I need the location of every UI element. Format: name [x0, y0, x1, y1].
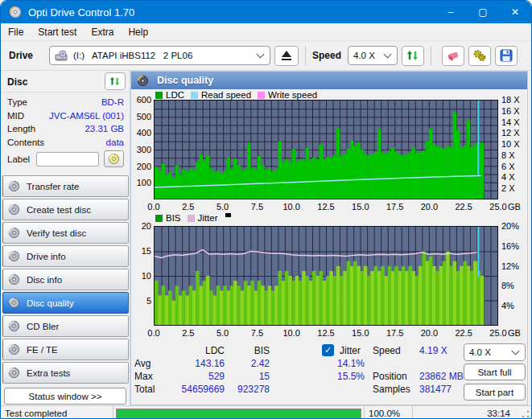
menu-help[interactable]: Help — [121, 23, 155, 40]
y-axis-right-tick-label: 18 X — [501, 95, 520, 105]
drive-icon — [55, 50, 68, 62]
sidebar-item-verify-test-disc[interactable]: Verify test disc — [2, 222, 129, 244]
menu-file[interactable]: File — [1, 23, 31, 40]
minimize-button[interactable]: – — [435, 1, 467, 23]
elapsed-time: 33:14 — [413, 406, 531, 419]
chevron-down-icon — [512, 347, 520, 355]
speed-stat-label: Speed — [373, 345, 401, 356]
disc-row-mid: MIDJVC-AMS6L (001) — [7, 109, 124, 123]
disc-quality-panel: Disc quality LDCRead speedWrite speed BI… — [130, 71, 528, 405]
disc-row-value: data — [106, 136, 124, 150]
x-axis-tick-label: 15.0 — [352, 202, 369, 212]
stats-area: LDC BIS ✓ Jitter Speed 4.19 X Position 2… — [131, 342, 527, 406]
speed-select-bottom[interactable]: 4.0 X — [464, 343, 526, 361]
y-axis-right-tick-label: 20% — [501, 221, 519, 231]
resize-grip[interactable] — [522, 410, 530, 418]
title-bar: Opti Drive Control 1.70 – ▢ ✕ — [1, 1, 531, 23]
bis-column-header: BIS — [233, 345, 270, 356]
eject-button[interactable] — [274, 46, 299, 66]
y-axis-right-tick-label: 16 X — [501, 106, 520, 116]
x-axis-tick-label: 20.0 — [421, 202, 438, 212]
refresh-button[interactable] — [402, 46, 424, 66]
sidebar-item-transfer-rate[interactable]: Transfer rate — [2, 175, 129, 197]
status-bar: Test completed 100.0% 33:14 — [1, 405, 531, 419]
x-axis-tick-label: 10.0 — [282, 328, 299, 338]
sidebar-item-label: Create test disc — [27, 205, 91, 215]
sidebar-item-extra-tests[interactable]: Extra tests — [2, 362, 129, 384]
sidebar-item-disc-info[interactable]: Disc info — [2, 269, 129, 290]
drive-label: Drive — [9, 50, 49, 61]
legend-swatch — [258, 92, 265, 99]
disc-icon — [8, 367, 20, 379]
window-title: Opti Drive Control 1.70 — [28, 6, 134, 18]
stat-jitter-value: 14.1% — [300, 358, 365, 369]
disc-info-group: Disc TypeBD-RMIDJVC-AMS6L (001)Length23.… — [1, 71, 130, 174]
toolbar-separator — [305, 46, 306, 65]
x-axis-tick-label: 22.5 — [455, 202, 472, 212]
y-axis-tick-label: 20 — [131, 221, 151, 231]
stat-row-label: Total — [134, 384, 155, 395]
jitter-column-header: Jitter — [340, 345, 361, 356]
position-stat-label: Position — [373, 371, 407, 382]
x-axis-tick-label: 2.5 — [182, 202, 194, 212]
chevron-down-icon — [384, 51, 392, 59]
panel-title: Disc quality — [157, 75, 213, 86]
y-axis-right-tick-label: 6 X — [501, 162, 515, 171]
floppy-disk-icon — [500, 49, 513, 62]
x-axis-tick-label: 12.5 — [317, 202, 334, 212]
y-axis-tick-label: 600 — [131, 95, 151, 105]
sidebar-item-create-test-disc[interactable]: Create test disc — [2, 199, 129, 220]
samples-stat-label: Samples — [373, 384, 410, 395]
legend-item-ldc: LDC — [155, 90, 184, 100]
y-axis-right-tick-label: 4 X — [501, 172, 515, 182]
settings-button[interactable] — [468, 46, 491, 66]
x-axis-tick-label: 5.0 — [217, 202, 229, 212]
disc-row-contents: Contentsdata — [7, 136, 124, 150]
bis-chart-legend: BISJitter — [155, 213, 231, 223]
y-axis-right-tick-label: 2 X — [501, 183, 515, 193]
disc-refresh-button[interactable] — [105, 72, 126, 90]
y-axis-tick-label: 500 — [131, 112, 151, 121]
eject-icon — [282, 51, 291, 57]
bis-chart-plot — [154, 226, 498, 326]
save-button[interactable] — [495, 46, 518, 66]
panel-header: Disc quality — [131, 72, 527, 89]
drive-select[interactable]: (I:) ATAPI iHBS112 2 PL06 — [49, 46, 270, 65]
speed-select-bottom-value: 4.0 X — [469, 347, 491, 357]
maximize-button[interactable]: ▢ — [467, 1, 499, 23]
speed-select[interactable]: 4.0 X — [348, 46, 398, 65]
start-full-button[interactable]: Start full — [464, 364, 526, 380]
sidebar-item-drive-info[interactable]: Drive info — [2, 245, 129, 267]
progress-fill — [117, 409, 361, 417]
x-axis-tick-label: 22.5 — [455, 328, 472, 338]
status-window-button[interactable]: Status window >> — [4, 388, 126, 405]
menu-extra[interactable]: Extra — [84, 23, 121, 40]
sidebar-item-disc-quality[interactable]: Disc quality — [2, 292, 129, 314]
x-axis-tick-label: 7.5 — [251, 202, 263, 212]
y-axis-right-tick-label: 8 X — [501, 150, 515, 160]
disc-label-input[interactable] — [36, 152, 99, 166]
jitter-checkbox[interactable]: ✓ — [322, 344, 334, 356]
sidebar-item-label: Verify test disc — [27, 228, 86, 238]
y-axis-right-tick-label: 10 X — [501, 139, 520, 149]
disc-label-button[interactable] — [104, 150, 124, 167]
start-part-button[interactable]: Start part — [464, 384, 526, 401]
x-axis-unit-label: GB — [508, 202, 521, 212]
close-button[interactable]: ✕ — [499, 1, 531, 23]
y-axis-tick-label: 5 — [131, 296, 151, 306]
left-column: Disc TypeBD-RMIDJVC-AMS6L (001)Length23.… — [1, 71, 130, 405]
legend-swatch — [188, 215, 195, 222]
disc-row-label: MID — [7, 109, 24, 123]
position-stat-value: 23862 MB — [419, 371, 464, 382]
disc-row-type: TypeBD-R — [7, 96, 124, 109]
sidebar-item-fe-te[interactable]: FE / TE — [2, 339, 129, 360]
sidebar-item-label: Drive info — [27, 252, 66, 261]
sidebar-item-cd-bler[interactable]: CD Bler — [2, 315, 129, 337]
app-window: Opti Drive Control 1.70 – ▢ ✕ FileStart … — [0, 0, 532, 419]
progress-section — [113, 406, 365, 419]
erase-disc-button[interactable] — [442, 46, 464, 66]
stat-row-label: Avg — [134, 358, 151, 369]
y-axis-tick-label: 300 — [131, 145, 151, 154]
menu-start-test[interactable]: Start test — [31, 23, 84, 40]
status-text: Test completed — [1, 406, 113, 419]
